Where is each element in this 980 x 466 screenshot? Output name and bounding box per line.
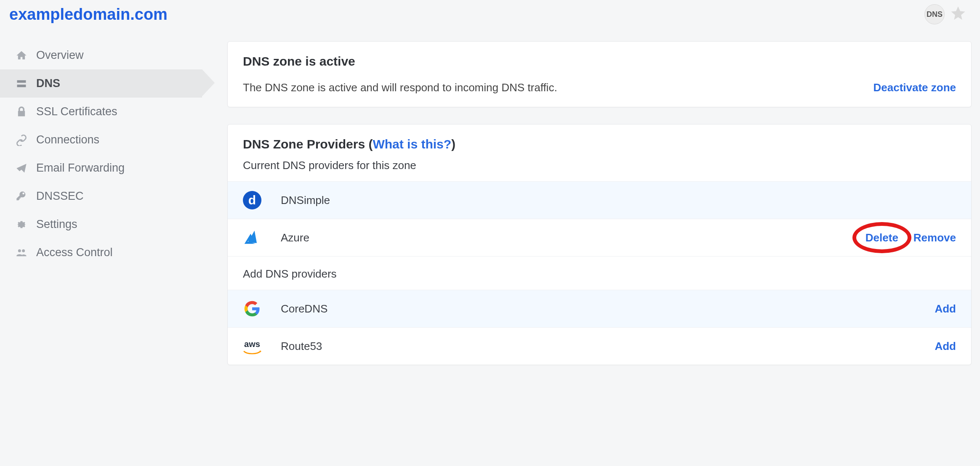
lock-icon (15, 106, 28, 118)
sidebar-item-label: Overview (36, 49, 84, 62)
sidebar-item-overview[interactable]: Overview (0, 41, 202, 69)
deactivate-zone-button[interactable]: Deactivate zone (873, 81, 956, 94)
sidebar-item-label: Settings (36, 218, 77, 231)
sidebar-item-access-control[interactable]: Access Control (0, 238, 202, 267)
sidebar-item-connections[interactable]: Connections (0, 126, 202, 154)
current-providers-label: Current DNS providers for this zone (228, 156, 971, 181)
star-icon[interactable] (950, 5, 967, 24)
zone-status-title: DNS zone is active (243, 54, 956, 69)
home-icon (15, 50, 28, 61)
zone-status-card: DNS zone is active The DNS zone is activ… (227, 41, 972, 107)
providers-title-prefix: DNS Zone Providers ( (243, 137, 373, 151)
server-icon (15, 78, 28, 90)
provider-row-coredns: CoreDNS Add (228, 290, 971, 327)
paper-plane-icon (15, 162, 28, 174)
sidebar-item-label: Access Control (36, 246, 113, 259)
sidebar-item-label: DNSSEC (36, 190, 84, 203)
providers-card: DNS Zone Providers (What is this?) Curre… (227, 124, 972, 365)
sidebar-item-ssl[interactable]: SSL Certificates (0, 98, 202, 126)
providers-title-suffix: ) (451, 137, 455, 151)
provider-name: DNSimple (281, 194, 956, 207)
provider-row-azure: Azure Delete Remove (228, 219, 971, 256)
zone-status-text: The DNS zone is active and will respond … (243, 81, 557, 94)
gear-icon (15, 219, 28, 230)
sidebar-item-settings[interactable]: Settings (0, 210, 202, 238)
what-is-this-link[interactable]: What is this? (373, 137, 451, 151)
add-providers-label: Add DNS providers (228, 256, 971, 290)
add-button[interactable]: Add (935, 302, 956, 315)
sidebar-item-label: SSL Certificates (36, 105, 117, 118)
sidebar-item-dns[interactable]: DNS (0, 69, 202, 98)
google-logo-icon (243, 299, 261, 318)
add-button[interactable]: Add (935, 340, 956, 353)
main: DNS zone is active The DNS zone is activ… (202, 29, 980, 395)
delete-highlight: Delete (865, 231, 898, 244)
sidebar-item-email[interactable]: Email Forwarding (0, 154, 202, 182)
sidebar-item-label: DNS (36, 77, 60, 90)
dnsimple-logo-icon: d (243, 191, 261, 209)
provider-name: Route53 (281, 340, 915, 353)
provider-row-route53: aws Route53 Add (228, 327, 971, 365)
delete-button[interactable]: Delete (865, 231, 898, 244)
aws-logo-icon: aws (243, 337, 261, 355)
dns-badge[interactable]: DNS (924, 4, 945, 24)
domain-title[interactable]: exampledomain.com (9, 5, 168, 24)
sidebar: Overview DNS SSL Certificates Connection… (0, 29, 202, 267)
key-icon (15, 191, 28, 202)
sidebar-item-label: Connections (36, 133, 99, 146)
header-right: DNS (924, 4, 967, 24)
page-header: exampledomain.com DNS (0, 0, 980, 29)
provider-name: CoreDNS (281, 302, 915, 315)
provider-row-dnsimple: d DNSimple (228, 181, 971, 219)
link-icon (15, 134, 28, 146)
azure-logo-icon (243, 228, 261, 247)
provider-name: Azure (281, 231, 846, 244)
providers-title: DNS Zone Providers (What is this?) (243, 137, 956, 151)
remove-button[interactable]: Remove (913, 231, 956, 244)
users-icon (15, 247, 28, 259)
sidebar-item-dnssec[interactable]: DNSSEC (0, 182, 202, 210)
sidebar-item-label: Email Forwarding (36, 162, 125, 175)
